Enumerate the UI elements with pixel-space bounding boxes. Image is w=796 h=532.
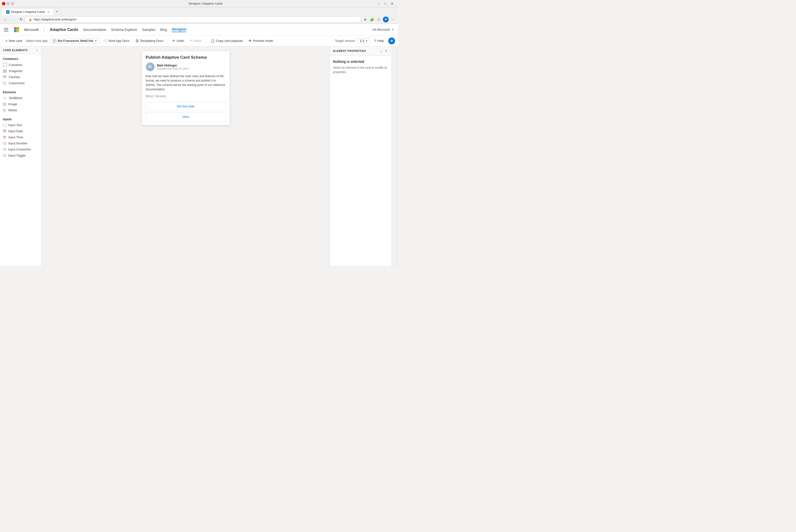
card-elements-header: CARD ELEMENTS ‒ [0,46,41,54]
dropdown-arrow-icon: ▼ [94,39,97,42]
author-date: Created Tue, Feb 14, 2017 [157,67,189,70]
active-tab[interactable]: AC Designer | Adaptive Cards ✕ [2,8,54,15]
top-nav: Microsoft | Adaptive Cards Documentation… [0,24,398,36]
window-minimize[interactable]: − [376,1,382,6]
version-arrow-icon: ▼ [365,39,368,42]
card-structure-tab[interactable]: CARD STRUCTURE [391,46,398,266]
textblock-icon: A [3,96,7,100]
sidebar-toggle-btn[interactable] [4,28,8,32]
sidebar-item-input-choiceset[interactable]: ☰ Input.ChoiceSet [0,146,41,152]
sidebar-item-input-date[interactable]: 📅 Input.Date [0,128,41,134]
profile-btn[interactable]: M [383,17,389,22]
copy-payload-btn[interactable]: 📋 Copy card payload [208,38,245,44]
nav-samples[interactable]: Samples [142,28,155,32]
host-app-dropdown[interactable]: 💬 Bot Framework WebChat ▼ [50,38,100,43]
nothing-selected-title: Nothing is selected [333,60,388,63]
nav-designer[interactable]: Designer [172,27,186,32]
window-restore[interactable]: □ [382,1,388,6]
url-text: https://adaptivecards.io/designer/ [34,18,76,21]
view-btn[interactable]: View [146,112,226,121]
element-properties-header: ELEMENT PROPERTIES ‒ + [330,46,391,56]
card-key-value: ${key}: ${value} [146,94,226,98]
input-time-icon: ⏰ [3,136,6,139]
card-body-text: Now that we have defined the main rules … [146,74,226,92]
set-due-date-btn[interactable]: Set due date [146,102,226,111]
properties-add-btn[interactable]: + [384,48,388,54]
inputs-section-title: Inputs [0,116,41,122]
redo-icon: ↷ [190,39,193,43]
nothing-selected-area: Nothing is selected Select an element in… [330,56,391,78]
ms-logo [14,27,19,32]
input-number-icon: 12 [3,142,6,145]
all-microsoft-btn[interactable]: All Microsoft [373,28,390,32]
nav-schema-explorer[interactable]: Schema Explorer [111,28,137,32]
refresh-btn[interactable]: ↻ [18,16,24,23]
maximize-btn[interactable] [11,2,14,5]
sidebar-item-container[interactable]: Container [0,62,41,68]
minimize-btn[interactable] [6,2,10,5]
nav-documentation[interactable]: Documentation [83,28,106,32]
host-app-docs-btn[interactable]: 📄 Host App Docs [101,38,132,44]
help-btn[interactable]: ? Help [372,38,386,44]
templating-docs-btn[interactable]: 🖺 Templating Docs [133,38,166,44]
card-elements-collapse-btn[interactable]: ‒ [36,48,38,52]
sidebar-item-input-number[interactable]: 12 Input.Number [0,140,41,146]
preview-icon: 👁 [248,39,252,43]
address-bar-row: ← → ↻ 🔒 https://adaptivecards.io/designe… [0,15,398,24]
sidebar-item-image[interactable]: Image [0,101,41,107]
sidebar-item-input-time[interactable]: ⏰ Input.Time [0,134,41,140]
forward-btn[interactable]: → [10,16,17,23]
select-host-label: Select host app: [25,39,48,43]
sidebar-item-factset[interactable]: FactSet [0,74,41,80]
title-bar: Designer | Adaptive Cards − □ ✕ [0,0,398,7]
undo-btn[interactable]: ↶ Undo [170,38,186,44]
new-tab-btn[interactable]: + [54,8,60,15]
input-toggle-icon: ☑ [3,154,6,157]
main-layout: CARD ELEMENTS ‒ Containers Container Ima… [0,46,398,266]
elements-section-title: Elements [0,89,41,95]
close-btn[interactable] [2,2,5,5]
nav-blog[interactable]: Blog [160,28,167,32]
columnset-icon [3,82,7,85]
sidebar-item-media[interactable]: ▶ Media [0,107,41,113]
sidebar-item-input-toggle[interactable]: ☑ Input.Toggle [0,152,41,158]
adaptive-card: Publish Adaptive Card Schema M Matt Hidi… [142,51,230,125]
sidebar-item-input-text[interactable]: Input.Text [0,122,41,128]
preview-mode-btn[interactable]: 👁 Preview mode [246,38,275,44]
inputs-section: Inputs Input.Text 📅 Input.Date ⏰ Input.T… [0,115,41,160]
properties-collapse-btn[interactable]: ‒ [379,48,383,54]
address-field[interactable]: 🔒 https://adaptivecards.io/designer/ [25,16,361,23]
sidebar-item-imageset[interactable]: ImageSet [0,68,41,74]
plus-icon: + [5,39,7,43]
author-avatar: M [146,62,155,71]
factset-icon [3,76,7,79]
author-name: Matt Hidinger [157,63,189,67]
collections-btn[interactable]: ⬡ [376,16,382,23]
card-author-row: M Matt Hidinger Created Tue, Feb 14, 201… [146,62,226,71]
media-icon: ▶ [3,109,6,112]
sidebar-item-textblock[interactable]: A TextBlock [0,95,41,101]
bookmark-btn[interactable]: ★ [362,16,368,23]
back-btn[interactable]: ← [2,16,9,23]
input-text-icon [3,124,6,126]
sidebar-item-columnset[interactable]: ColumnSet [0,80,41,86]
target-version-label: Target version: [335,39,356,43]
containers-section: Containers Container ImageSet FactSet [0,54,41,88]
app-title: Adaptive Cards [50,27,78,32]
container-icon [3,63,7,67]
copy-icon: 📋 [211,39,215,43]
new-card-btn[interactable]: + New card [3,38,24,44]
imageset-icon [3,70,7,73]
extensions-btn[interactable]: 🧩 [369,16,375,23]
right-sidebar: ELEMENT PROPERTIES ‒ + Nothing is select… [330,46,398,266]
tab-close-icon[interactable]: ✕ [47,10,50,14]
window-close[interactable]: ✕ [389,1,396,6]
version-dropdown[interactable]: 1.1 ▼ [358,38,370,43]
element-properties-title: ELEMENT PROPERTIES [333,50,366,52]
card-content: Publish Adaptive Card Schema M Matt Hidi… [142,51,230,125]
user-profile-btn[interactable]: M [388,38,395,44]
settings-btn[interactable]: ⋯ [390,16,396,23]
template-icon: 🖺 [135,39,139,43]
redo-btn[interactable]: ↷ Redo [187,38,204,44]
tab-favicon: AC [6,10,10,14]
